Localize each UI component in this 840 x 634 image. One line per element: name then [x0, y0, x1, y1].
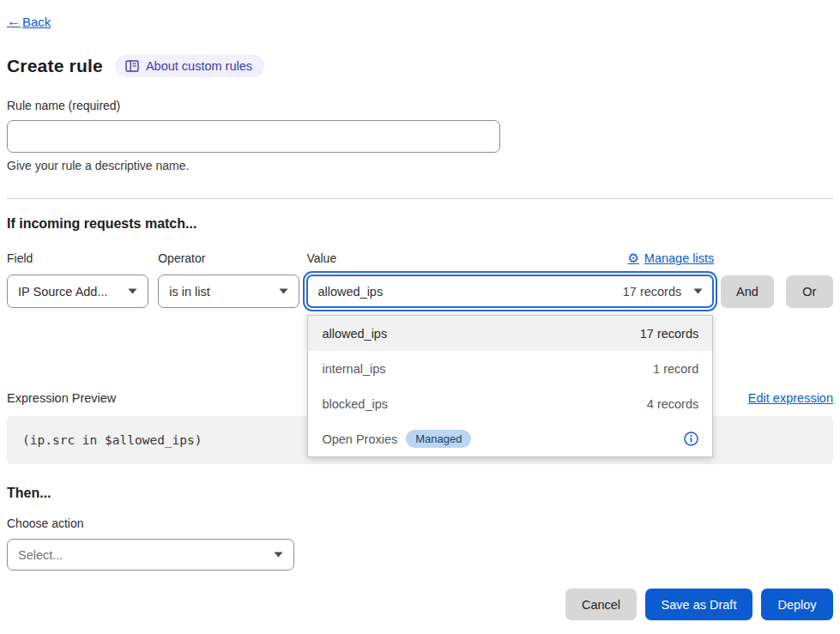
operator-label: Operator	[158, 251, 205, 265]
value-select-selected: allowed_ips	[317, 285, 383, 299]
value-select-wrapper: allowed_ips 17 records allowed_ips 17	[306, 275, 714, 308]
match-heading: If incoming requests match...	[7, 216, 833, 232]
chevron-down-icon	[693, 288, 703, 294]
value-label: Value	[306, 251, 336, 265]
field-label: Field	[7, 251, 33, 265]
value-select[interactable]: allowed_ips 17 records	[306, 275, 714, 308]
dropdown-item-open-proxies[interactable]: Open Proxies Managed	[308, 421, 712, 456]
field-column: Field IP Source Add...	[7, 251, 148, 308]
operator-column: Operator is in list	[158, 251, 299, 308]
footer-actions: Cancel Save as Draft Deploy	[7, 589, 833, 620]
title-row: Create rule About custom rules	[7, 55, 833, 77]
expression-preview-label: Expression Preview	[7, 391, 116, 405]
expression-code: (ip.src in $allowed_ips)	[22, 433, 202, 447]
list-record-count: 1 record	[653, 362, 698, 376]
rule-name-helper: Give your rule a descriptive name.	[7, 159, 833, 172]
rule-name-label: Rule name (required)	[7, 99, 120, 112]
managed-badge: Managed	[406, 430, 471, 448]
match-section: If incoming requests match... Field IP S…	[7, 216, 833, 308]
page-title: Create rule	[7, 56, 103, 76]
ip-list-dropdown: allowed_ips 17 records internal_ips 1 re…	[307, 315, 713, 457]
rule-name-input[interactable]	[7, 120, 500, 153]
create-rule-page: ←Back Create rule About custom rules Rul…	[0, 0, 840, 620]
about-pill-label: About custom rules	[146, 59, 252, 73]
match-grid: Field IP Source Add... Operator is in li…	[7, 251, 833, 308]
section-divider	[7, 198, 833, 199]
operator-select[interactable]: is in list	[158, 275, 299, 308]
choose-action-label: Choose action	[7, 516, 833, 530]
then-section: Then... Choose action Select...	[7, 486, 833, 571]
action-select-placeholder: Select...	[18, 548, 63, 562]
field-select[interactable]: IP Source Add...	[7, 275, 148, 308]
cancel-button[interactable]: Cancel	[565, 589, 637, 620]
field-select-value: IP Source Add...	[18, 285, 108, 299]
edit-expression-link[interactable]: Edit expression	[748, 391, 833, 405]
and-button[interactable]: And	[721, 275, 773, 308]
info-icon[interactable]	[684, 432, 698, 446]
or-button[interactable]: Or	[786, 275, 833, 308]
list-record-count: 17 records	[640, 327, 699, 341]
list-name: allowed_ips	[322, 327, 387, 341]
value-column: Value ⚙ Manage lists allowed_ips 17 reco…	[306, 251, 714, 308]
back-link[interactable]: ←Back	[7, 14, 51, 29]
rule-name-group: Rule name (required) Give your rule a de…	[7, 98, 833, 172]
then-heading: Then...	[7, 486, 833, 501]
save-as-draft-button[interactable]: Save as Draft	[645, 589, 752, 620]
list-name: blocked_ips	[322, 397, 388, 411]
chevron-down-icon	[274, 552, 283, 558]
back-link-label: Back	[22, 15, 51, 29]
deploy-button[interactable]: Deploy	[761, 589, 833, 620]
back-arrow-icon: ←	[7, 14, 21, 29]
operator-select-value: is in list	[169, 285, 210, 299]
action-select[interactable]: Select...	[7, 539, 294, 571]
dropdown-item-blocked-ips[interactable]: blocked_ips 4 records	[308, 386, 712, 421]
dropdown-item-internal-ips[interactable]: internal_ips 1 record	[308, 351, 712, 386]
list-name: Open Proxies	[322, 432, 397, 446]
chevron-down-icon	[128, 288, 137, 294]
list-record-count: 4 records	[647, 397, 698, 411]
dropdown-item-allowed-ips[interactable]: allowed_ips 17 records	[308, 316, 712, 351]
gear-icon: ⚙	[627, 251, 638, 266]
value-select-records: 17 records	[623, 285, 682, 299]
list-name: internal_ips	[322, 362, 385, 376]
book-icon	[125, 60, 139, 72]
about-custom-rules-link[interactable]: About custom rules	[115, 55, 264, 77]
manage-lists-label: Manage lists	[644, 251, 714, 265]
chevron-down-icon	[279, 288, 288, 294]
manage-lists-link[interactable]: ⚙ Manage lists	[627, 251, 714, 266]
